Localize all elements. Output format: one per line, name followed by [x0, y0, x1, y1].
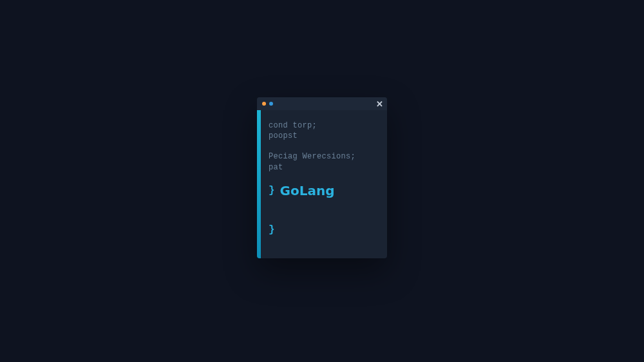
code-line: pat: [269, 162, 378, 173]
traffic-dot-orange[interactable]: [262, 102, 266, 106]
traffic-lights: [262, 102, 273, 106]
highlight-row: } GoLang: [269, 183, 378, 198]
brace-open: }: [269, 185, 275, 196]
code-area[interactable]: cond torp; poopst Peciag Werecsions; pat…: [261, 110, 387, 258]
code-line: Peciag Werecsions;: [269, 151, 378, 162]
editor-body: cond torp; poopst Peciag Werecsions; pat…: [257, 110, 387, 258]
brace-end: }: [269, 224, 378, 236]
titlebar: ✕: [257, 97, 387, 110]
traffic-dot-blue[interactable]: [269, 102, 273, 106]
language-label: GoLang: [280, 183, 335, 198]
editor-window: ✕ cond torp; poopst Peciag Werecsions; p…: [257, 97, 387, 258]
code-line: poopst: [269, 131, 378, 141]
code-line: cond torp;: [269, 120, 378, 131]
close-icon[interactable]: ✕: [376, 100, 383, 108]
